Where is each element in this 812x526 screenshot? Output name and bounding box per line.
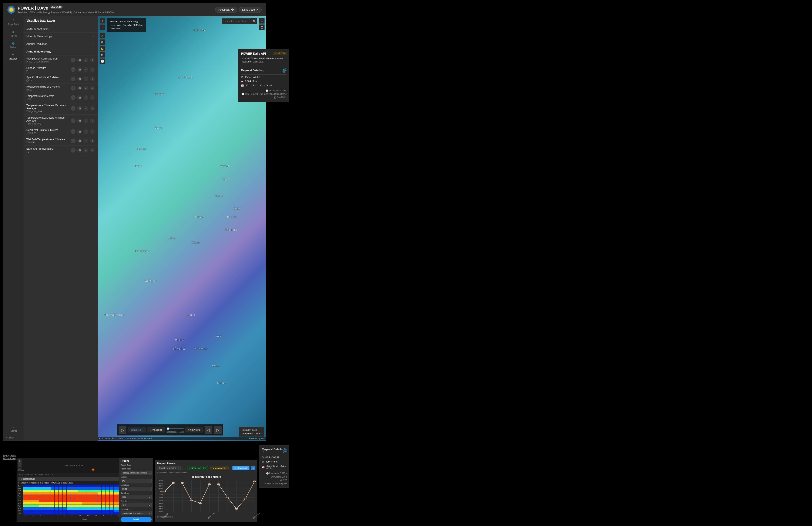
globe-icon[interactable]: 🌐 [282, 68, 287, 73]
start-select[interactable]: 2001⌄ [120, 495, 151, 499]
legend-button[interactable]: ☰ [259, 18, 264, 24]
link-icon[interactable]: ⎋ [90, 67, 95, 72]
param-row[interactable]: Relative Humidity at 2 MetersRH2M i ▤ ⬇ … [24, 84, 98, 93]
zoom-in-button[interactable]: + [18, 459, 21, 463]
download-icon[interactable]: ⬇ [84, 76, 88, 81]
submit-button[interactable]: Submit [120, 517, 151, 522]
play-button[interactable]: ▷ [119, 426, 126, 434]
link-icon[interactable]: ⎋ [90, 138, 95, 143]
section-annual-met[interactable]: Annual Meterology⌃ [24, 48, 98, 56]
zoom-in-button[interactable]: + [100, 18, 105, 24]
info-icon[interactable]: i [71, 76, 75, 81]
param-row[interactable]: Wet Bulb Temperature at 2 MetersT2MWET i… [24, 136, 98, 146]
add-icon[interactable]: ▤ [77, 129, 82, 134]
globe-icon[interactable]: 🌐 [282, 448, 287, 453]
info-icon[interactable]: i [71, 118, 75, 123]
download-icon[interactable]: ⬇ [84, 95, 88, 100]
locate-button[interactable]: ⊕ [100, 39, 105, 45]
param-row[interactable]: Surface PressurePS i ▤ ⬇ ⎋ [24, 65, 98, 74]
link-icon[interactable]: ⎋ [90, 118, 95, 123]
link-icon[interactable]: ⎋ [90, 148, 95, 153]
nav-regional[interactable]: ▦Regional [3, 28, 23, 39]
nrt-pill[interactable]: ● Near Real Time [187, 466, 209, 470]
param-row[interactable]: Temperature at 2 MetersT2M i ▤ ⬇ ⎋ [24, 93, 98, 102]
zoom-out-button[interactable]: − [100, 25, 105, 30]
light-mode-button[interactable]: Light Mode☀ [239, 7, 262, 13]
add-icon[interactable]: ▤ [77, 148, 82, 153]
time-slider[interactable]: 1990 2000 2010 2020 [167, 427, 184, 433]
add-icon[interactable]: ▤ [77, 95, 82, 100]
param-row[interactable]: Dew/Frost Point at 2 MetersT2MDEW i ▤ ⬇ … [24, 127, 98, 136]
info-icon[interactable]: i [71, 148, 75, 153]
slider-handle[interactable] [167, 427, 169, 430]
download-icon[interactable]: ⬇ [84, 129, 88, 134]
download-icon[interactable]: ⬇ [84, 148, 88, 153]
collapse-button[interactable]: ‹‹Collap [3, 434, 23, 441]
download-icon[interactable]: ⬇ [84, 118, 88, 123]
time-start[interactable]: 12/30/1981 [128, 427, 146, 433]
search-input[interactable] [222, 18, 251, 24]
step-fwd-button[interactable]: ▷ [214, 426, 222, 434]
download-icon[interactable]: ⬇ [84, 67, 88, 72]
info-icon[interactable]: i [71, 86, 75, 91]
table-select[interactable]: Heatmap Climatological Days⌄ [120, 471, 151, 475]
feedback-button[interactable]: Feedback💬 [215, 7, 237, 13]
download-icon[interactable]: ⬇ [84, 138, 88, 143]
info-icon[interactable]: ⓘ [262, 69, 265, 72]
link-icon[interactable]: ⎋ [90, 76, 95, 81]
geojson-label[interactable]: { } GeoJSON [241, 96, 287, 99]
switch-param-select[interactable]: Switch Parameter⌄ [157, 466, 181, 470]
info-icon[interactable]: i [71, 58, 75, 62]
lat-input[interactable]: 37.1 [120, 479, 151, 483]
param-row[interactable]: Precipitation Corrected SumPRECTOTCORR_S… [24, 56, 98, 65]
section-annual-rad[interactable]: Annual Radiation⌄ [24, 40, 98, 48]
download-icon[interactable]: ⬇ [84, 86, 88, 91]
time-end[interactable]: 12/30/2020 [185, 427, 203, 433]
step-back-button[interactable]: ◁ [205, 426, 212, 434]
param-row[interactable]: Earth Skin TemperatureTS i ▤ ⬇ ⎋ [24, 146, 98, 155]
info-icon[interactable]: i [71, 67, 75, 72]
section-monthly-met[interactable]: Monthly Meteorology⌄ [24, 32, 98, 40]
link-icon[interactable]: ⎋ [90, 95, 95, 100]
nav-tutorial[interactable]: ▸Tutorial [3, 423, 23, 434]
view-request-link[interactable]: ‹› View My API Request [262, 482, 287, 485]
time-button[interactable]: 🕐 [100, 58, 105, 64]
info-icon[interactable]: ⓘ [262, 451, 264, 453]
download-icon[interactable]: ⬇ [84, 58, 88, 62]
nav-single-point[interactable]: 📍Single Point [3, 16, 23, 28]
nav-visualize[interactable]: 👁Visualize [3, 51, 23, 62]
nav-global[interactable]: 🌐Global [3, 39, 23, 51]
info-icon[interactable]: i [71, 106, 75, 111]
met-pill[interactable]: ● Meteorology [210, 466, 229, 470]
link-icon[interactable]: ⎋ [90, 106, 95, 111]
info-icon[interactable]: ⓘ [183, 466, 185, 470]
search-button[interactable]: 🔍 [251, 18, 257, 24]
add-icon[interactable]: ▤ [77, 118, 82, 123]
add-icon[interactable]: ▤ [77, 86, 82, 91]
param-info-link[interactable]: ‹‹ Additional Parameter Information [157, 471, 256, 474]
clear-button[interactable]: ⊗ [100, 52, 105, 58]
end-select[interactable]: 2010⌄ [120, 503, 151, 507]
home-button[interactable]: ⌂ [100, 33, 105, 39]
section-monthly-rad[interactable]: Monthly Radiation⌄ [24, 25, 98, 32]
info-icon[interactable]: i [71, 95, 75, 100]
nasa-privacy-link[interactable]: NASA Privacy [3, 457, 17, 460]
param-row[interactable]: Temperature at 2 Meters Maximum AverageT… [24, 102, 98, 115]
link-icon[interactable]: ⎋ [90, 129, 95, 134]
measure-button[interactable]: 📐 [100, 46, 105, 51]
lon-input[interactable]: -85.55 [120, 487, 151, 491]
param-row[interactable]: Temperature at 2 Meters Minimum AverageT… [24, 115, 98, 127]
link-icon[interactable]: ⎋ [90, 58, 95, 62]
zoom-out-button[interactable]: − [18, 463, 21, 467]
download-menu[interactable]: ⌄ [251, 466, 256, 470]
download-button[interactable]: ⬇ Download [232, 466, 249, 470]
add-icon[interactable]: ▤ [77, 58, 82, 62]
param-select[interactable]: Temperature at 2 Meters⌄ [120, 511, 151, 515]
add-icon[interactable]: ▤ [77, 67, 82, 72]
param-row[interactable]: Specific Humidity at 2 MetersQV2M i ▤ ⬇ … [24, 74, 98, 84]
download-icon[interactable]: ⬇ [84, 106, 88, 111]
info-icon[interactable]: i [71, 138, 75, 143]
add-icon[interactable]: ▤ [77, 76, 82, 81]
link-icon[interactable]: ⎋ [90, 86, 95, 91]
add-icon[interactable]: ▤ [77, 138, 82, 143]
